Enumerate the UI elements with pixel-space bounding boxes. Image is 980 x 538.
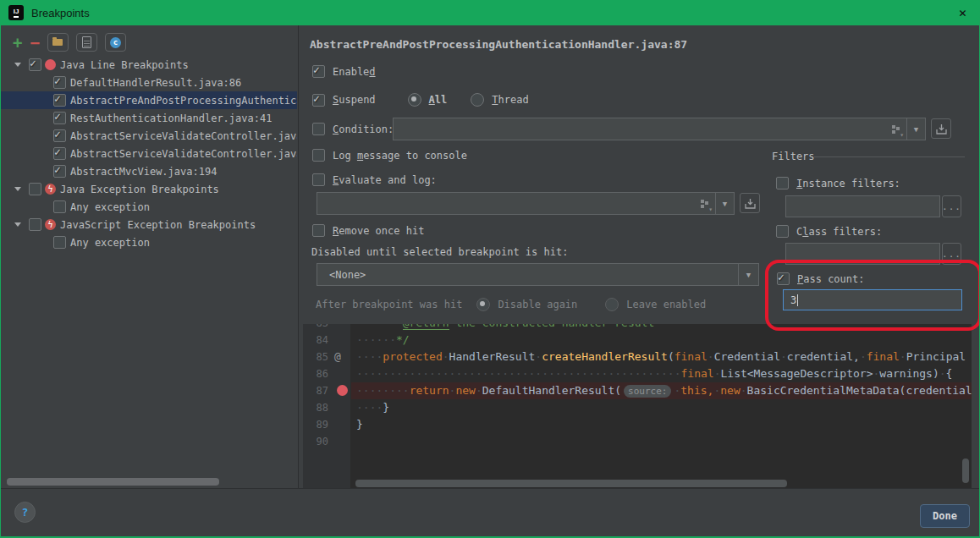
tree-item[interactable]: Any exception xyxy=(1,233,297,251)
evaluate-expand-button[interactable] xyxy=(740,193,760,213)
red-highlight-annotation xyxy=(765,260,980,331)
add-breakpoint-button[interactable]: + xyxy=(13,35,22,50)
help-button[interactable]: ? xyxy=(14,502,36,523)
editor-vertical-scrollbar[interactable] xyxy=(962,458,969,483)
enabled-checkbox[interactable] xyxy=(312,65,325,78)
tree-item-checkbox[interactable] xyxy=(53,147,66,160)
log-message-checkbox[interactable] xyxy=(312,149,325,162)
code-text: ····protected·HandlerResult·createHandle… xyxy=(356,349,966,365)
line-breakpoint-icon xyxy=(45,59,56,70)
tree-item-label: Java Line Breakpoints xyxy=(60,59,189,71)
tree-item-checkbox[interactable] xyxy=(53,200,66,213)
tree-item[interactable]: AbstractServiceValidateController.java: xyxy=(1,127,297,145)
editor-horizontal-scrollbar[interactable] xyxy=(355,480,787,487)
insert-variable-icon[interactable] xyxy=(701,200,710,208)
tree-item[interactable]: AbstractPreAndPostProcessingAuthenticat xyxy=(1,91,297,109)
exception-breakpoint-icon: ϟ xyxy=(45,184,56,195)
tree-item-checkbox[interactable] xyxy=(53,129,66,142)
done-button[interactable]: Done xyxy=(920,504,970,528)
condition-row: Condition: xyxy=(312,123,394,135)
instance-filters-input[interactable] xyxy=(785,195,940,217)
breakpoints-tree-panel: + − c Java Line BreakpointsDefaultHandle… xyxy=(1,25,299,488)
folder-icon xyxy=(52,39,63,46)
history-dropdown-icon[interactable]: ▼ xyxy=(716,200,734,208)
evaluate-label: Evaluate and log: xyxy=(333,174,437,186)
evaluate-row: Evaluate and log: xyxy=(312,173,437,186)
tree-item-checkbox[interactable] xyxy=(53,94,66,107)
code-text: ·····*·@return·the·constructed·handler·r… xyxy=(356,324,654,332)
tree-item[interactable]: ϟJavaScript Exception Breakpoints xyxy=(1,216,297,233)
tree-item[interactable]: ϟJava Exception Breakpoints xyxy=(1,180,297,198)
code-line: 90 xyxy=(303,433,972,450)
remove-once-label: Remove once hit xyxy=(333,225,424,237)
group-by-file-button[interactable] xyxy=(76,33,97,52)
disable-again-radio[interactable] xyxy=(476,298,490,311)
suspend-thread-radio[interactable] xyxy=(471,93,484,107)
evaluate-input[interactable]: ▼ xyxy=(317,192,735,215)
tree-item[interactable]: AbstractServiceValidateController.java: xyxy=(1,145,297,162)
filters-section-title: Filters xyxy=(772,151,815,162)
condition-label: Condition: xyxy=(333,124,394,135)
tree-item-checkbox[interactable] xyxy=(53,112,66,124)
code-line: 84······*/ xyxy=(303,332,972,349)
tree-item-checkbox[interactable] xyxy=(29,183,41,195)
tree-item[interactable]: Java Line Breakpoints xyxy=(1,56,297,74)
condition-checkbox[interactable] xyxy=(312,123,325,135)
code-preview-editor: 83·····*·@return·the·constructed·handler… xyxy=(303,324,972,488)
tree-item-checkbox[interactable] xyxy=(53,76,66,89)
annotation-gutter-icon: @ xyxy=(334,349,341,365)
expand-arrow-icon[interactable] xyxy=(14,187,21,191)
suspend-row: Suspend All Thread xyxy=(312,93,529,107)
tree-item-label: JavaScript Exception Breakpoints xyxy=(60,219,256,231)
condition-input[interactable]: ▼ xyxy=(393,118,926,140)
suspend-checkbox[interactable] xyxy=(312,94,325,107)
code-line: 88····} xyxy=(303,399,972,416)
history-dropdown-icon[interactable]: ▼ xyxy=(907,125,925,134)
breakpoint-settings-panel: AbstractPreAndPostProcessingAuthenticati… xyxy=(298,25,980,324)
tree-item[interactable]: RestAuthenticationHandler.java:41 xyxy=(1,109,297,127)
instance-filters-more-button[interactable]: ... xyxy=(942,195,961,217)
breakpoint-dot-icon[interactable] xyxy=(337,385,348,396)
line-number: 88 xyxy=(303,399,328,416)
tree-item-checkbox[interactable] xyxy=(53,236,66,249)
tree-item-checkbox[interactable] xyxy=(29,58,41,71)
group-by-folder-button[interactable] xyxy=(47,33,69,52)
expand-arrow-icon[interactable] xyxy=(14,222,21,227)
after-hit-row: After breakpoint was hit Disable again L… xyxy=(316,298,706,311)
class-filters-checkbox[interactable] xyxy=(776,225,789,238)
log-message-label: Log message to console xyxy=(333,150,467,162)
close-icon[interactable]: ✕ xyxy=(959,5,966,20)
code-line: 89} xyxy=(303,416,972,433)
chevron-down-icon[interactable]: ▼ xyxy=(738,264,758,285)
expand-editor-icon xyxy=(936,124,947,134)
leave-enabled-radio[interactable] xyxy=(605,298,619,311)
tree-item-checkbox[interactable] xyxy=(53,165,66,178)
tree-item-label: RestAuthenticationHandler.java:41 xyxy=(70,113,272,124)
tree-item[interactable]: AbstractMvcView.java:194 xyxy=(1,162,297,180)
group-by-class-button[interactable]: c xyxy=(105,33,126,52)
insert-variable-icon[interactable] xyxy=(892,125,901,134)
remove-breakpoint-button[interactable]: − xyxy=(30,35,39,50)
evaluate-checkbox[interactable] xyxy=(312,173,325,186)
code-lines: 83·····*·@return·the·constructed·handler… xyxy=(303,324,972,450)
code-line: 86······································… xyxy=(303,365,972,382)
tree-item-label: AbstractServiceValidateController.java: xyxy=(70,130,297,142)
suspend-all-label: All xyxy=(429,94,448,106)
condition-expand-button[interactable] xyxy=(931,118,951,139)
tree-item[interactable]: DefaultHandlerResult.java:86 xyxy=(1,74,297,91)
disabled-until-dropdown[interactable]: <None> ▼ xyxy=(317,263,759,286)
remove-once-row: Remove once hit xyxy=(312,224,424,237)
code-text: ······*/ xyxy=(356,332,410,349)
tree-item-label: AbstractPreAndPostProcessingAuthenticat xyxy=(70,95,297,107)
tree-horizontal-scrollbar[interactable] xyxy=(7,478,219,486)
suspend-all-radio[interactable] xyxy=(408,93,421,107)
expand-arrow-icon[interactable] xyxy=(14,63,21,67)
tree-item[interactable]: Any exception xyxy=(1,198,297,216)
dialog-footer: ? Done xyxy=(0,488,980,538)
class-filters-label: Class filters: xyxy=(796,226,882,238)
remove-once-checkbox[interactable] xyxy=(312,224,325,237)
line-number: 90 xyxy=(303,433,328,450)
instance-filters-checkbox[interactable] xyxy=(776,177,789,189)
tree-item-checkbox[interactable] xyxy=(29,218,41,231)
breakpoints-tree: Java Line BreakpointsDefaultHandlerResul… xyxy=(1,56,297,251)
